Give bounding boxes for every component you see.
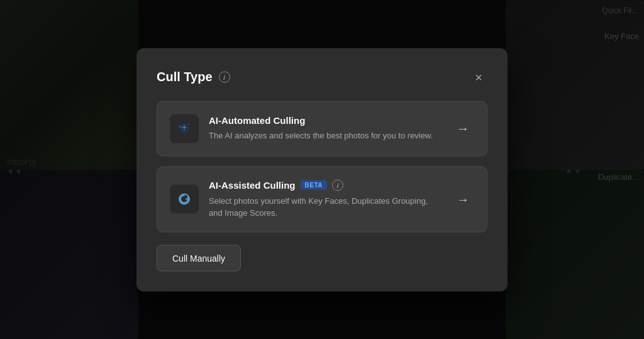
ai-automated-arrow: →: [452, 117, 474, 140]
modal-info-icon[interactable]: i: [219, 71, 230, 82]
ai-automated-title-row: AI-Automated Culling: [209, 115, 441, 126]
ai-assisted-title-row: AI-Assisted Culling BETA i: [209, 179, 441, 191]
ai-assisted-option[interactable]: AI-Assisted Culling BETA i Select photos…: [157, 166, 487, 232]
ai-automated-icon-wrap: [170, 114, 199, 143]
ai-automated-desc: The AI analyzes and selects the best pho…: [209, 130, 441, 142]
modal-header: Cull Type i ×: [157, 68, 487, 86]
modal-title: Cull Type: [157, 70, 213, 84]
beta-badge: BETA: [301, 181, 327, 190]
ai-assisted-desc: Select photos yourself with Key Faces, D…: [209, 194, 441, 219]
ai-automated-option[interactable]: AI-Automated Culling The AI analyzes and…: [157, 101, 487, 156]
ai-assisted-arrow: →: [452, 188, 474, 211]
cull-type-modal: Cull Type i × AI-Automated Culling The A…: [136, 48, 508, 291]
ai-assisted-icon-wrap: [170, 185, 199, 214]
ai-automated-content: AI-Automated Culling The AI analyzes and…: [209, 115, 441, 142]
modal-close-button[interactable]: ×: [470, 68, 487, 86]
ai-assisted-info-icon[interactable]: i: [332, 179, 343, 191]
ai-automated-title: AI-Automated Culling: [209, 115, 305, 126]
cull-manually-button[interactable]: Cull Manually: [157, 245, 241, 271]
ai-assisted-content: AI-Assisted Culling BETA i Select photos…: [209, 179, 441, 219]
modal-title-group: Cull Type i: [157, 70, 230, 84]
sparkles-icon: [176, 120, 192, 136]
ai-assisted-title: AI-Assisted Culling: [209, 180, 296, 191]
ai-assisted-icon: [176, 191, 192, 208]
